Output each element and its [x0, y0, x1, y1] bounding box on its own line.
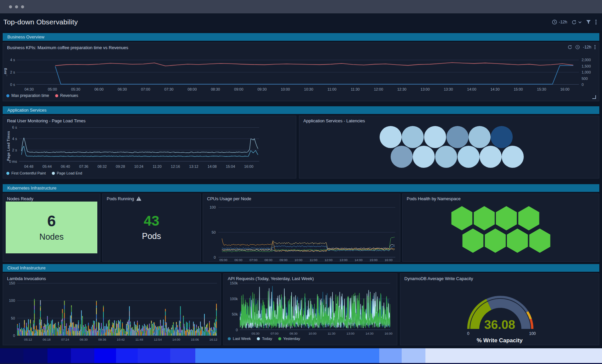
y-tick: 0 ms [7, 159, 17, 163]
heatmap-cell[interactable] [116, 348, 138, 363]
chevron-down-icon [578, 21, 582, 23]
x-tick-label: 12:30 [391, 87, 412, 91]
y-tick: 2 s [7, 148, 17, 152]
heatmap-cell[interactable] [195, 348, 379, 363]
pods-health-honeycomb[interactable] [403, 194, 599, 261]
y-axis-label: _avg [3, 64, 7, 80]
window-button-3[interactable] [21, 5, 24, 8]
x-tick-label: 07:00 [264, 332, 285, 335]
heatmap-cell[interactable] [170, 348, 195, 363]
gauge-max-label: 100 [527, 331, 538, 336]
resize-handle-icon[interactable] [592, 95, 596, 99]
panel-business-kpis[interactable]: Business KPIs: Maximum coffee preparatio… [3, 42, 599, 101]
filter-icon[interactable] [586, 20, 591, 24]
heatmap-strip[interactable] [0, 348, 602, 363]
legend-item[interactable]: Max preparation time [6, 93, 49, 98]
timeframe-selector[interactable]: -12h [552, 19, 567, 25]
panel-cpus-usage[interactable]: CPUs Usage per Node 100 50 0 05:0006:000… [203, 194, 400, 262]
legend-item[interactable]: Revenues [55, 93, 78, 98]
section-title: Kubernetes Infrastructure [7, 186, 57, 191]
heatmap-cell[interactable] [0, 348, 23, 363]
x-tick-label: 08:30 [205, 87, 226, 91]
legend-item[interactable]: Last Week [228, 337, 251, 341]
latency-bubble-chart[interactable] [299, 116, 598, 178]
legend-dot-icon [257, 337, 260, 340]
legend-item[interactable]: Yesterday [278, 337, 300, 341]
heatmap-cell[interactable] [71, 348, 94, 363]
clock-icon[interactable] [575, 45, 580, 49]
window-button-1[interactable] [9, 5, 12, 8]
x-tick-label: 07:00 [135, 87, 156, 91]
panel-nodes-ready[interactable]: Nodes Ready 6 Nodes [3, 194, 100, 262]
pods-running-tile[interactable]: 43 Pods [105, 202, 198, 253]
legend-item[interactable]: First Contentful Paint [6, 171, 46, 175]
y-right-tick: 2,000 [582, 58, 591, 62]
cpus-chart[interactable] [218, 207, 395, 257]
warning-icon[interactable] [136, 196, 141, 201]
panel-rum-page-load-times[interactable]: Real User Monitoring - Page Load Times P… [3, 116, 296, 178]
legend-dot-icon [55, 94, 58, 97]
nodes-ready-tile[interactable]: 6 Nodes [6, 202, 97, 253]
pods-count: 43 [144, 214, 160, 228]
x-tick-label: 10:30 [298, 87, 319, 91]
x-tick-label: 07:24 [55, 338, 76, 341]
panel-latencies[interactable]: Application Services - Latencies [299, 116, 599, 178]
panel-title: API Requests (Today, Yesterday, Last Wee… [228, 276, 314, 281]
x-tick-label: 09:36 [92, 338, 113, 341]
panel-lambda-invocations[interactable]: Lambda Invocations 150 100 50 0 05:1206:… [3, 273, 221, 345]
gauge-value: 36.08 [400, 318, 599, 332]
heatmap-cell[interactable] [23, 348, 47, 363]
dashboard-header: Top-down Observability -12h [0, 13, 602, 31]
legend-item[interactable]: Page Load End [52, 171, 82, 175]
section-title: Business Overview [7, 34, 44, 39]
x-tick-label: 09:30 [252, 87, 273, 91]
heatmap-cell[interactable] [379, 348, 402, 363]
y-tick: 100 [5, 298, 15, 302]
x-tick-label: 14:00 [461, 87, 482, 91]
dashboard-controls: -12h [552, 19, 597, 25]
lambda-bar-chart[interactable] [17, 283, 217, 336]
x-tick-label: 06:00 [88, 87, 110, 91]
business-kpis-chart[interactable] [16, 60, 579, 85]
kebab-menu-icon[interactable] [595, 19, 597, 25]
panel-pods-health[interactable]: Pods Health by Namespace [402, 194, 599, 262]
rum-chart[interactable] [19, 127, 259, 161]
panel-title: Business KPIs: Maximum coffee preparatio… [7, 45, 128, 50]
x-tick-label: 08:00 [182, 87, 203, 91]
nodes-unit: Nodes [39, 232, 64, 242]
x-axis: 04:4805:4406:4007:3608:3209:2810:2411:20… [3, 164, 296, 169]
y-tick: 4 s [4, 58, 15, 62]
panel-api-requests[interactable]: API Requests (Today, Yesterday, Last Wee… [223, 273, 397, 345]
x-tick-label: 16:00 [378, 332, 399, 335]
chart-legend: First Contentful PaintPage Load End [6, 171, 82, 175]
refresh-control[interactable] [572, 20, 582, 25]
panel-title: Nodes Ready [7, 196, 33, 201]
heatmap-cell[interactable] [425, 348, 602, 363]
x-tick-label: 08:30 [73, 338, 94, 341]
clock-icon [552, 19, 557, 25]
x-tick-label: 12:00 [368, 87, 389, 91]
pods-unit: Pods [142, 231, 161, 241]
y-tick: 100 [206, 205, 216, 209]
x-tick-label: 04:30 [18, 87, 40, 91]
api-requests-chart[interactable] [240, 283, 390, 330]
legend-item[interactable]: Today [257, 337, 272, 341]
heatmap-cell[interactable] [94, 348, 116, 363]
panel-title: CPUs Usage per Node [207, 196, 251, 201]
panel-pods-running[interactable]: Pods Running 43 Pods [102, 194, 201, 262]
x-tick-label: 10:00 [302, 332, 323, 335]
heatmap-cell[interactable] [47, 348, 71, 363]
kebab-menu-icon[interactable] [594, 45, 596, 49]
refresh-icon[interactable] [568, 45, 572, 49]
x-tick-label: 13:30 [438, 87, 459, 91]
legend-label: First Contentful Paint [11, 171, 46, 175]
x-tick-label: 14:30 [484, 87, 506, 91]
x-tick-label: 05:12 [17, 338, 39, 341]
x-tick-label: 15:06 [184, 338, 206, 341]
y-tick: 6 s [7, 125, 17, 129]
heatmap-cell[interactable] [402, 348, 425, 363]
window-button-2[interactable] [15, 5, 18, 8]
dashboard-content: Business Overview Business KPIs: Maximum… [0, 33, 602, 364]
heatmap-cell[interactable] [138, 348, 170, 363]
panel-dynamodb-write-capacity[interactable]: DynamoDB Average Write Capacity 36.08 0 … [400, 273, 599, 345]
